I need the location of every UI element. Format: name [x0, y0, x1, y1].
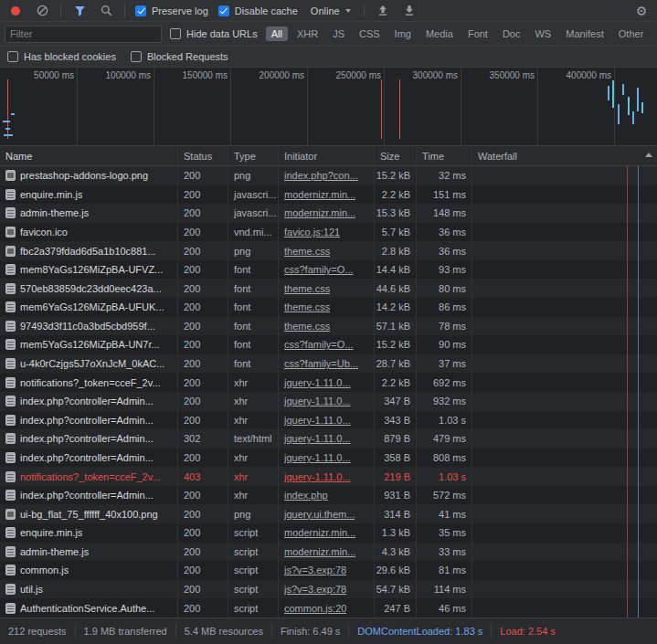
filter-type-xhr[interactable]: XHR — [291, 26, 323, 41]
initiator-link[interactable]: js?v=3.exp:78 — [284, 565, 346, 575]
request-row[interactable]: AuthenticationService.Authe...200scriptc… — [0, 598, 657, 618]
hide-data-urls-checkbox[interactable]: Hide data URLs — [170, 28, 258, 39]
initiator-link[interactable]: common.js:20 — [284, 603, 346, 614]
initiator-link[interactable]: css?family=O... — [284, 264, 354, 275]
request-status: 200 — [178, 279, 228, 298]
clear-button[interactable] — [34, 3, 50, 19]
request-row[interactable]: fbc2a379fdad6d5a1b10c881...200pngtheme.c… — [0, 241, 657, 260]
column-header-name[interactable]: Name — [0, 146, 178, 165]
column-header-type[interactable]: Type — [228, 146, 279, 165]
initiator-link[interactable]: jquery-1.11.0... — [284, 396, 351, 406]
request-row[interactable]: index.php?controller=Admin...200xhrjquer… — [0, 392, 657, 411]
request-row[interactable]: notifications?_token=cceF_2v...200xhrjqu… — [0, 373, 657, 392]
request-row[interactable]: favicon.ico200vnd.mi...favico.js:1215.7 … — [0, 223, 657, 242]
checkbox-unchecked-icon — [7, 51, 18, 62]
request-size: 2.8 kB — [375, 241, 417, 260]
initiator-link[interactable]: favico.js:121 — [284, 227, 340, 238]
filter-input[interactable] — [5, 26, 162, 43]
request-name-cell: u-4k0rCzjgs5J7oXnJcM_0kAC... — [0, 354, 178, 374]
throttling-dropdown[interactable]: Online — [308, 4, 354, 18]
initiator-link[interactable]: theme.css — [284, 246, 330, 257]
request-row[interactable]: mem6YaGs126MiZpBA-UFUK...200fonttheme.cs… — [0, 298, 657, 317]
initiator-link[interactable]: jquery-1.11.0... — [284, 377, 351, 388]
request-row[interactable]: index.php?controller=Admin...200xhrjquer… — [0, 449, 657, 468]
disable-cache-checkbox[interactable]: Disable cache — [218, 5, 298, 16]
search-button[interactable] — [98, 3, 114, 19]
request-row[interactable]: admin-theme.js200scriptmodernizr.min...4… — [0, 543, 657, 562]
column-header-initiator[interactable]: Initiator — [279, 146, 375, 165]
table-header: Name Status Type Initiator Size Time Wat… — [0, 146, 657, 166]
initiator-link[interactable]: theme.css — [284, 283, 330, 294]
request-row[interactable]: admin-theme.js200javascri...modernizr.mi… — [0, 204, 657, 223]
request-initiator-cell: css?family=O... — [279, 260, 375, 280]
request-row[interactable]: mem5YaGs126MiZpBA-UN7r...200fontcss?fami… — [0, 335, 657, 354]
initiator-link[interactable]: jquery.ui.them... — [284, 509, 355, 520]
request-row[interactable]: mem8YaGs126MiZpBA-UFVZ...200fontcss?fami… — [0, 260, 657, 280]
filter-type-other[interactable]: Other — [613, 26, 650, 41]
filter-type-ws[interactable]: WS — [529, 26, 556, 41]
request-row[interactable]: prestashop-addons-logo.png200pngindex.ph… — [0, 166, 657, 185]
request-row[interactable]: 97493d3f11c0a3bd5cbd959f...200fonttheme.… — [0, 317, 657, 336]
resources-size: 5.4 MB resources — [175, 624, 271, 639]
request-row[interactable]: index.php?controller=Admin...200xhrindex… — [0, 486, 657, 505]
filter-type-manifest[interactable]: Manifest — [560, 26, 609, 41]
request-status: 200 — [178, 185, 228, 205]
request-type: font — [228, 279, 279, 298]
column-header-size[interactable]: Size — [375, 146, 417, 165]
request-row[interactable]: index.php?controller=Admin...302text/htm… — [0, 429, 657, 449]
request-row[interactable]: ui-bg_flat_75_ffffff_40x100.png200pngjqu… — [0, 504, 657, 523]
blocked-requests-checkbox[interactable]: Blocked Requests — [131, 51, 228, 62]
initiator-link[interactable]: theme.css — [284, 301, 330, 312]
initiator-link[interactable]: js?v=3.exp:78 — [284, 584, 346, 595]
request-name: enquire.min.js — [20, 189, 82, 200]
overview-timeline[interactable]: 50000 ms100000 ms150000 ms200000 ms25000… — [0, 68, 657, 146]
export-har-button[interactable] — [401, 3, 418, 19]
request-name: common.js — [20, 565, 69, 575]
filter-type-css[interactable]: CSS — [354, 26, 386, 41]
document-file-icon — [5, 264, 16, 275]
request-size: 14.4 kB — [375, 260, 417, 280]
initiator-link[interactable]: index.php — [284, 490, 328, 501]
initiator-link[interactable]: css?family=Ub... — [284, 358, 358, 369]
request-name: ui-bg_flat_75_ffffff_40x100.png — [20, 509, 158, 520]
waterfall-event-line — [638, 166, 639, 618]
filter-toggle-button[interactable] — [71, 3, 88, 19]
initiator-link[interactable]: index.php?con... — [284, 170, 358, 181]
has-blocked-cookies-checkbox[interactable]: Has blocked cookies — [7, 51, 116, 62]
filter-type-img[interactable]: Img — [389, 26, 417, 41]
request-row[interactable]: 570eb83859dc23dd0eec423a...200fonttheme.… — [0, 279, 657, 298]
initiator-link[interactable]: jquery-1.11.0... — [284, 452, 351, 463]
request-row[interactable]: index.php?controller=Admin...200xhrjquer… — [0, 411, 657, 430]
initiator-link[interactable]: modernizr.min... — [284, 527, 355, 538]
initiator-link[interactable]: css?family=O... — [284, 339, 354, 350]
filter-type-doc[interactable]: Doc — [497, 26, 526, 41]
request-name-cell: index.php?controller=Admin... — [0, 411, 178, 430]
request-row[interactable]: common.js200scriptjs?v=3.exp:7829.6 kB81… — [0, 561, 657, 580]
column-header-waterfall[interactable]: Waterfall — [472, 146, 657, 165]
initiator-link[interactable]: jquery-1.11.0... — [284, 471, 351, 482]
request-name-cell: mem5YaGs126MiZpBA-UN7r... — [0, 335, 178, 354]
import-har-button[interactable] — [375, 3, 391, 19]
initiator-link[interactable]: modernizr.min... — [284, 189, 355, 200]
initiator-link[interactable]: modernizr.min... — [284, 546, 355, 557]
filter-type-media[interactable]: Media — [420, 26, 459, 41]
request-row[interactable]: enquire.min.js200scriptmodernizr.min...1… — [0, 523, 657, 543]
filter-type-js[interactable]: JS — [327, 26, 350, 41]
column-header-status[interactable]: Status — [178, 146, 228, 165]
initiator-link[interactable]: jquery-1.11.0... — [284, 433, 351, 444]
record-button[interactable] — [7, 3, 24, 19]
request-row[interactable]: enquire.min.js200javascri...modernizr.mi… — [0, 185, 657, 205]
preserve-log-checkbox[interactable]: Preserve log — [135, 5, 208, 16]
request-row[interactable]: u-4k0rCzjgs5J7oXnJcM_0kAC...200fontcss?f… — [0, 354, 657, 374]
request-initiator-cell: js?v=3.exp:78 — [279, 580, 375, 599]
overview-activity-mark — [641, 102, 643, 113]
column-header-time[interactable]: Time — [417, 146, 472, 165]
initiator-link[interactable]: theme.css — [284, 321, 330, 332]
filter-type-all[interactable]: All — [266, 26, 288, 41]
request-row[interactable]: util.js200scriptjs?v=3.exp:7854.7 kB114 … — [0, 580, 657, 599]
filter-type-font[interactable]: Font — [462, 26, 493, 41]
initiator-link[interactable]: jquery-1.11.0... — [284, 415, 351, 426]
request-row[interactable]: notifications?_token=cceF_2v...403xhrjqu… — [0, 467, 657, 486]
settings-button[interactable]: ⚙ — [633, 3, 650, 19]
initiator-link[interactable]: modernizr.min... — [284, 207, 355, 218]
